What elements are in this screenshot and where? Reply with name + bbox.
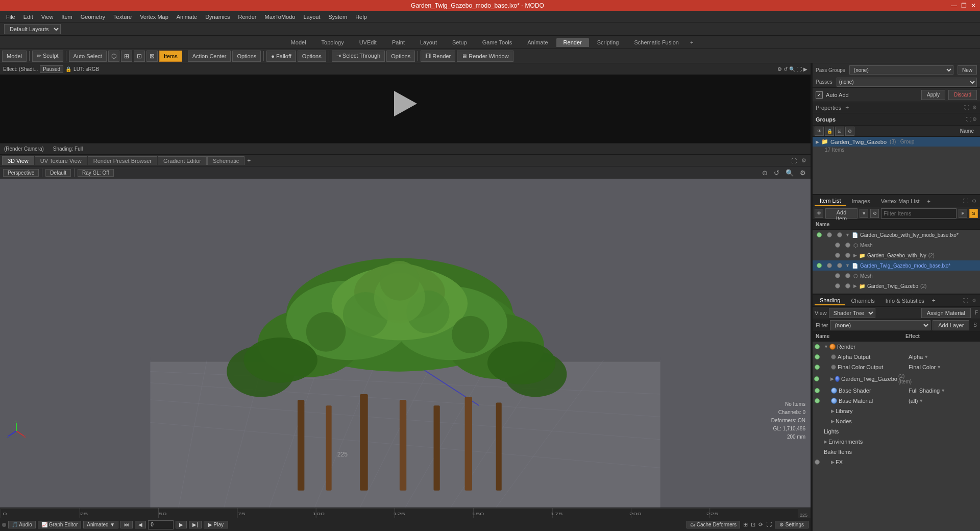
item-row-ivy-group[interactable]: ▶ 📁 Garden_Gazebo_with_Ivy (2) — [813, 250, 980, 260]
passes-select[interactable]: (none) — [837, 78, 977, 87]
props-expand-icon[interactable]: ⛶ — [964, 105, 969, 110]
menu-geometry[interactable]: Geometry — [77, 13, 109, 21]
tab-info-stats[interactable]: Info & Statistics — [880, 297, 929, 305]
menu-maxtomodo[interactable]: MaxToModo — [261, 13, 300, 21]
properties-add-btn[interactable]: + — [843, 104, 851, 111]
item-row-mesh1[interactable]: ⬡ Mesh — [813, 240, 980, 250]
item-row-twig-gazebo[interactable]: ▼ 📄 Garden_Twig_Gazebo_modo_base.lxo* — [813, 260, 980, 271]
il-f-btn[interactable]: F — [959, 209, 967, 218]
tport-icon4[interactable]: ⛶ — [765, 521, 773, 528]
menu-layout[interactable]: Layout — [299, 13, 324, 21]
view-tab-render-preset[interactable]: Render Preset Browser — [88, 156, 157, 165]
groups-expand-icon[interactable]: ⛶ — [966, 116, 971, 122]
render-icon5[interactable]: ▶ — [803, 66, 807, 72]
toolbar-icon4[interactable]: ⊠ — [146, 51, 158, 62]
groups-icon1[interactable]: 👁 — [815, 127, 824, 136]
groups-icon2[interactable]: 🔒 — [825, 127, 834, 136]
options-btn2[interactable]: Options — [298, 51, 326, 62]
tport-icon3[interactable]: ⟳ — [757, 521, 764, 528]
vp-default-btn[interactable]: Default — [45, 169, 71, 177]
shader-alpha-row[interactable]: Alpha Output Alpha ▼ — [813, 352, 980, 362]
tab-setup[interactable]: Setup — [445, 38, 474, 47]
menu-render[interactable]: Render — [234, 13, 260, 21]
shader-bakeitems-row[interactable]: Bake Items — [813, 447, 980, 457]
shader-twiggazebo-row[interactable]: ▶ Garden_Twig_Gazebo (2) (Item) — [813, 372, 980, 385]
shader-lights-row[interactable]: Lights — [813, 426, 980, 437]
settings-btn[interactable]: ⚙ Settings — [775, 521, 808, 528]
shading-tab-add[interactable]: + — [930, 296, 938, 305]
pass-groups-select[interactable]: (none) — [849, 65, 953, 75]
groups-settings-icon[interactable]: ⚙ — [972, 116, 977, 122]
item-row-gazebo-ivy[interactable]: ▼ 📄 Garden_Gazebo_with_Ivy_modo_base.lxo… — [813, 230, 980, 240]
menu-system[interactable]: System — [324, 13, 351, 21]
layout-selector[interactable]: Default Layouts — [4, 24, 61, 34]
toolbar-icon1[interactable]: ⬡ — [108, 51, 119, 62]
menu-item[interactable]: Item — [57, 13, 76, 21]
il-expand-icon[interactable]: ⛶ — [962, 198, 970, 204]
il-settings-icon[interactable]: ⚙ — [970, 198, 978, 204]
tab-images[interactable]: Images — [847, 197, 875, 205]
render-icon2[interactable]: ↺ — [783, 66, 788, 72]
shader-filter-select[interactable]: (none) — [830, 320, 930, 330]
falloff-btn[interactable]: ● Falloff — [266, 51, 296, 62]
shader-fx-row[interactable]: ▶ FX — [813, 457, 980, 467]
il-vis-icon[interactable]: 👁 — [815, 209, 823, 218]
view-tab-add[interactable]: + — [245, 156, 253, 165]
model-btn[interactable]: Model — [2, 51, 27, 62]
action-center-btn[interactable]: Action Center — [188, 51, 231, 62]
auto-select-btn[interactable]: Auto Select — [69, 51, 107, 62]
options-btn3[interactable]: Options — [386, 51, 415, 62]
minimize-btn[interactable]: — — [951, 2, 957, 9]
viewport-3d[interactable]: Perspective Default Ray GL: Off ⊙ ↺ 🔍 ⚙ — [0, 166, 811, 508]
menu-texture[interactable]: Texture — [109, 13, 136, 21]
vp-perspective-btn[interactable]: Perspective — [3, 169, 39, 177]
transport-arrow-left-left[interactable]: ⏮ — [120, 521, 133, 528]
shader-baseshader-row[interactable]: Base Shader Full Shading ▼ — [813, 385, 980, 396]
audio-btn[interactable]: 🎵 Audio — [8, 521, 36, 528]
menu-dynamics[interactable]: Dynamics — [201, 13, 234, 21]
vp-icon-settings[interactable]: ⚙ — [798, 169, 807, 177]
render-window-btn[interactable]: 🖥 Render Window — [457, 51, 513, 62]
menu-edit[interactable]: Edit — [19, 13, 37, 21]
tab-game-tools[interactable]: Game Tools — [475, 38, 520, 47]
maximize-btn[interactable]: ❐ — [961, 2, 967, 9]
view-tab-3d[interactable]: 3D View — [2, 156, 34, 165]
item-row-mesh2[interactable]: ⬡ Mesh — [813, 271, 980, 281]
tab-scripting[interactable]: Scripting — [590, 38, 626, 47]
toolbar-icon2[interactable]: ⊞ — [121, 51, 132, 62]
tab-uvedit[interactable]: UVEdit — [352, 38, 384, 47]
sculpt-btn[interactable]: ✏ Sculpt — [32, 51, 63, 62]
tab-animate[interactable]: Animate — [520, 38, 555, 47]
cache-deformers-btn[interactable]: 🗂 Cache Deformers — [687, 521, 740, 528]
items-btn[interactable]: Items — [159, 51, 182, 62]
tab-model[interactable]: Model — [284, 38, 313, 47]
group-item-gazebo[interactable]: ▶ 📁 Garden_Twig_Gazebo (3) : Group — [813, 137, 980, 147]
shader-tree-select[interactable]: Shader Tree — [829, 308, 875, 318]
view-expand-icon[interactable]: ⛶ — [789, 158, 799, 164]
item-list-add-tab[interactable]: + — [925, 197, 932, 205]
tab-layout[interactable]: Layout — [413, 38, 444, 47]
render-icon3[interactable]: 🔍 — [789, 66, 795, 72]
tab-channels[interactable]: Channels — [846, 297, 879, 305]
discard-btn[interactable]: Discard — [948, 90, 977, 100]
tport-icon1[interactable]: ⊞ — [742, 521, 749, 528]
auto-add-checkbox[interactable]: ✓ — [816, 91, 823, 99]
close-btn[interactable]: ✕ — [971, 2, 976, 9]
render-icon1[interactable]: ⚙ — [777, 66, 782, 72]
vp-icon-search[interactable]: 🔍 — [784, 169, 795, 177]
vp-icon-zoom[interactable]: ↺ — [772, 169, 781, 177]
new-btn[interactable]: New — [958, 65, 977, 75]
apply-btn[interactable]: Apply — [921, 90, 945, 100]
menu-file[interactable]: File — [2, 13, 19, 21]
transport-arrow-right[interactable]: ▶| — [189, 521, 202, 528]
frame-input[interactable] — [148, 520, 174, 529]
render-icon4[interactable]: ⛶ — [797, 66, 802, 72]
shader-final-color-row[interactable]: Final Color Output Final Color ▼ — [813, 362, 980, 372]
vp-raygl-btn[interactable]: Ray GL: Off — [78, 169, 114, 177]
shader-nodes-row[interactable]: ▶ Nodes — [813, 416, 980, 426]
select-through-btn[interactable]: ⇥ Select Through — [332, 51, 385, 62]
tab-paint[interactable]: Paint — [385, 38, 412, 47]
shader-render-row[interactable]: ▼ Render — [813, 342, 980, 352]
shading-expand-icon[interactable]: ⛶ — [962, 298, 970, 303]
groups-icon3[interactable]: ⊡ — [835, 127, 844, 136]
